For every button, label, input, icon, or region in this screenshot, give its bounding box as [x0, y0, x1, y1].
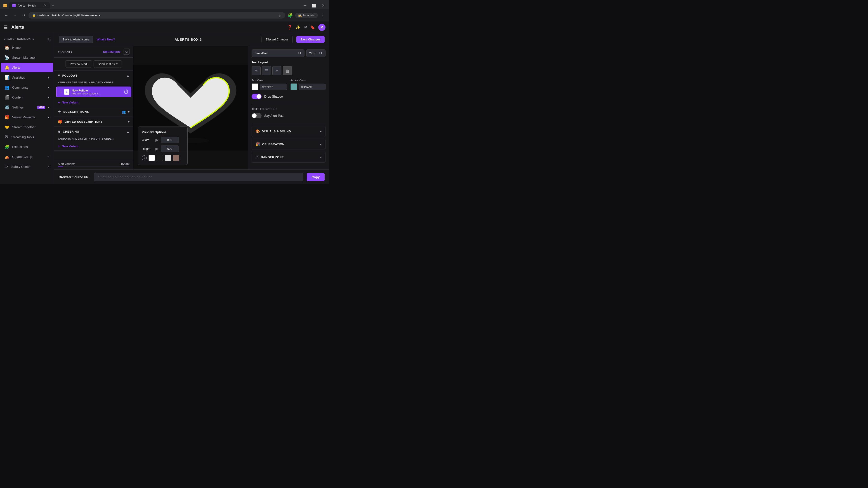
- height-input[interactable]: [161, 145, 179, 152]
- sidebar-item-creator-camp[interactable]: ⛺ Creator Camp ↗: [1, 152, 53, 162]
- sidebar-safety-center-label: Safety Center: [11, 165, 44, 168]
- mail-icon[interactable]: ✉: [304, 25, 307, 30]
- sidebar-item-home[interactable]: 🏠 Home: [1, 43, 53, 53]
- celebration-header[interactable]: 🎉 CELEBRATION ▾: [252, 139, 325, 150]
- sidebar-community-label: Community: [12, 86, 45, 89]
- help-icon[interactable]: ❓: [287, 25, 292, 30]
- follows-new-variant-button[interactable]: + New Variant: [54, 98, 133, 107]
- text-color-swatch[interactable]: [252, 84, 258, 90]
- bookmark-nav-icon[interactable]: 🔖: [310, 25, 315, 30]
- sidebar-item-safety-center[interactable]: 🛡 Safety Center ↗: [1, 162, 53, 171]
- visuals-sound-header[interactable]: 🎨 VISUALS & SOUND ▾: [252, 126, 325, 137]
- extensions-sidebar-icon: 🧩: [4, 144, 9, 149]
- celebration-section: 🎉 CELEBRATION ▾: [252, 139, 326, 150]
- width-label: Width: [142, 138, 153, 142]
- preview-alert-button[interactable]: Preview Alert: [66, 60, 91, 68]
- window-close[interactable]: ✕: [320, 3, 327, 8]
- address-bar[interactable]: 🔒 ☆: [29, 12, 285, 19]
- say-alert-toggle[interactable]: [252, 113, 261, 119]
- variant-item-new-follow[interactable]: ⠿ 1 New Follow Any new follow to your c.…: [56, 87, 131, 97]
- subscriptions-section-header[interactable]: ★ SUBSCRIPTIONS 👥 ▾: [54, 107, 133, 117]
- browser-tab[interactable]: T Alerts - Twitch ✕: [9, 2, 50, 8]
- nav-back-button[interactable]: ←: [3, 12, 10, 19]
- width-field: Width px: [142, 137, 184, 143]
- nav-refresh-button[interactable]: ↺: [20, 12, 27, 19]
- font-size-value: 24px: [309, 52, 317, 55]
- sidebar-home-label: Home: [12, 46, 50, 50]
- discard-changes-button[interactable]: Discard Changes: [261, 36, 293, 43]
- sidebar-item-settings[interactable]: ⚙️ Settings NEW ▾: [1, 103, 53, 112]
- address-input[interactable]: [37, 13, 277, 17]
- nav-forward-button[interactable]: →: [11, 12, 19, 19]
- save-changes-button[interactable]: Save Changes: [296, 36, 324, 43]
- back-to-alerts-button[interactable]: Back to Alerts Home: [59, 36, 93, 43]
- copy-url-button[interactable]: Copy: [307, 173, 324, 181]
- window-controls: ─ ⬜ ✕: [302, 3, 327, 8]
- swatch-gray[interactable]: [165, 155, 171, 161]
- top-bar: ☰ Alerts ❓ ✨ ✉ 🔖 M: [0, 22, 329, 33]
- hamburger-button[interactable]: ☰: [4, 25, 8, 30]
- preview-options-title: Preview Options: [142, 130, 184, 134]
- accent-color-swatch[interactable]: [290, 84, 297, 90]
- align-justify-button[interactable]: ▤: [283, 66, 292, 75]
- height-unit-label: px: [155, 147, 158, 151]
- follows-section-header[interactable]: ♥ FOLLOWS ▲: [54, 71, 133, 80]
- gifted-subscriptions-section-header[interactable]: 🎁 GIFTED SUBSCRIPTIONS ▾: [54, 117, 133, 127]
- window-minimize[interactable]: ─: [302, 3, 308, 8]
- sidebar-analytics-label: Analytics: [12, 76, 45, 79]
- info-circle-icon[interactable]: ℹ: [142, 156, 147, 160]
- drop-shadow-toggle[interactable]: [252, 94, 261, 99]
- send-test-alert-button[interactable]: Send Test Alert: [94, 60, 122, 68]
- more-options-button[interactable]: ⋮: [319, 12, 327, 19]
- sparkle-icon[interactable]: ✨: [296, 25, 301, 30]
- height-field: Height px: [142, 145, 184, 152]
- align-right-button[interactable]: ≡: [272, 66, 281, 75]
- variant-toggle-icon[interactable]: ⏻: [124, 89, 129, 95]
- sidebar-collapse-button[interactable]: ◁: [47, 36, 51, 41]
- align-left-button[interactable]: ≡: [252, 66, 260, 75]
- sidebar-item-alerts[interactable]: 🔔 Alerts: [1, 63, 53, 72]
- bookmark-icon[interactable]: ☆: [279, 13, 282, 17]
- text-color-input[interactable]: [260, 84, 287, 90]
- accent-color-label: Accent Color: [290, 79, 326, 82]
- swatch-black[interactable]: [157, 155, 163, 161]
- whats-new-button[interactable]: What's New?: [97, 38, 115, 41]
- creator-camp-icon: ⛺: [4, 154, 9, 159]
- width-input[interactable]: [161, 137, 179, 143]
- sidebar-item-stream-manager[interactable]: 📡 Stream Manager: [1, 53, 53, 62]
- danger-zone-icon: ⚠: [255, 155, 258, 159]
- sidebar-item-extensions[interactable]: 🧩 Extensions: [1, 142, 53, 152]
- cheering-priority-note: VARIANTS ARE LISTED IN PRIORITY ORDER: [54, 136, 133, 142]
- viewer-rewards-icon: 🎁: [4, 115, 9, 120]
- incognito-badge[interactable]: 🕵 Incognito: [295, 13, 318, 18]
- sidebar-item-community[interactable]: 👥 Community ▾: [1, 83, 53, 92]
- sidebar-item-analytics[interactable]: 📊 Analytics ▾: [1, 73, 53, 82]
- cheering-new-variant-button[interactable]: + New Variant: [54, 142, 133, 151]
- sidebar-item-streaming-tools[interactable]: 🛠 Streaming Tools: [1, 132, 53, 142]
- follows-new-variant-label: New Variant: [62, 101, 79, 104]
- sidebar-item-stream-together[interactable]: 🤝 Stream Together: [1, 123, 53, 132]
- copy-variants-button[interactable]: ⧉: [123, 48, 129, 55]
- swatch-brown[interactable]: [173, 155, 179, 161]
- window-maximize[interactable]: ⬜: [310, 3, 318, 8]
- font-size-select[interactable]: 24px ⬆⬇: [306, 50, 326, 57]
- extensions-icon[interactable]: 🧩: [287, 12, 294, 19]
- celebration-chevron-icon: ▾: [320, 142, 322, 146]
- font-family-select[interactable]: Semi-Bold ⬆⬇: [252, 50, 305, 57]
- cheering-section-header[interactable]: ◆ CHEERING ▲: [54, 127, 133, 136]
- user-avatar[interactable]: M: [318, 24, 326, 31]
- tab-close-icon[interactable]: ✕: [44, 4, 46, 7]
- celebration-icon: 🎉: [255, 142, 260, 147]
- subscriptions-star-icon: ★: [58, 109, 61, 114]
- new-tab-button[interactable]: +: [51, 3, 56, 8]
- variants-footer: Alert Variants 15/200: [54, 160, 133, 169]
- edit-multiple-button[interactable]: Edit Multiple: [103, 50, 121, 53]
- align-center-button[interactable]: ☰: [262, 66, 271, 75]
- accent-color-field: Accent Color: [290, 79, 326, 90]
- accent-color-input[interactable]: [299, 84, 326, 90]
- swatch-white[interactable]: [149, 155, 155, 161]
- danger-zone-header[interactable]: ⚠ DANGER ZONE ▾: [252, 152, 325, 162]
- sidebar-item-viewer-rewards[interactable]: 🎁 Viewer Rewards ▾: [1, 112, 53, 122]
- sidebar-item-content[interactable]: 🎬 Content ▾: [1, 93, 53, 102]
- creator-camp-external-icon: ↗: [47, 155, 50, 158]
